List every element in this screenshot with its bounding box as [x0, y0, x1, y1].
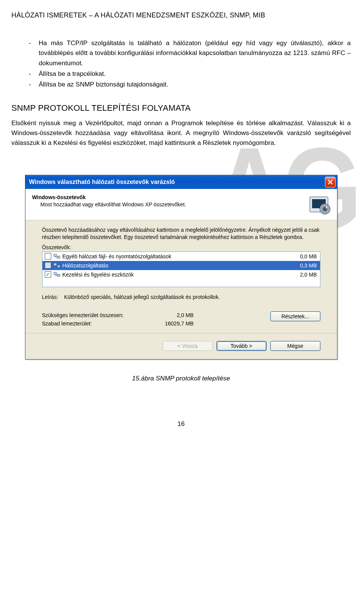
list-item-size: 0,0 MB — [300, 253, 317, 259]
svg-point-4 — [326, 206, 327, 209]
description-label: Leírás: — [42, 294, 58, 300]
next-button[interactable]: Tovább > — [217, 341, 267, 351]
list-item-label: Egyéb hálózati fájl- és nyomtatószolgált… — [63, 253, 171, 259]
cancel-button[interactable]: Mégse — [270, 341, 320, 351]
banner-title: Windows-összetevők — [32, 194, 308, 200]
component-icon — [53, 253, 60, 260]
svg-rect-9 — [54, 272, 56, 275]
section-heading: SNMP PROTOKOLL TELEPÍTÉSI FOLYAMATA — [11, 103, 351, 113]
instructions: Összetevő hozzáadásához vagy eltávolítás… — [42, 226, 320, 241]
back-button: < Vissza — [163, 341, 213, 351]
required-space-label: Szükséges lemezterület összesen: — [42, 311, 144, 320]
component-icon — [53, 262, 60, 269]
svg-rect-7 — [54, 263, 56, 266]
page-number: 16 — [11, 420, 351, 428]
list-item-size: 2,0 MB — [300, 272, 317, 278]
bullet-list: Ha más TCP/IP szolgáltatás is található … — [11, 38, 351, 90]
list-item-label: Hálózatszolgáltatás — [63, 262, 108, 269]
checkbox[interactable] — [45, 262, 51, 269]
list-item-size: 0,3 MB — [300, 262, 317, 269]
banner-icon — [308, 194, 332, 216]
list-label: Összetevők: — [42, 244, 320, 250]
free-space-label: Szabad lemezterület: — [42, 320, 144, 328]
list-item[interactable]: Hálózatszolgáltatás 0,3 MB — [42, 261, 320, 270]
details-button[interactable]: Részletek... — [270, 311, 320, 321]
body-paragraph: Elsőként nyissuk meg a Vezérlőpultot, ma… — [11, 118, 351, 148]
checkbox[interactable] — [45, 253, 51, 259]
close-icon — [328, 179, 333, 185]
list-item-label: Kezelési és figyelési eszközök — [63, 272, 134, 278]
bullet-item: Állítsa be az SNMP biztonsági tulajdonsá… — [29, 80, 351, 90]
required-space-value: 2,0 MB — [144, 311, 194, 320]
page-header: HÁLÓZATI ISMERETEK – A HÁLÓZATI MENEDZSM… — [11, 11, 351, 19]
svg-rect-5 — [54, 254, 56, 256]
titlebar[interactable]: Windows választható hálózati összetevők … — [25, 175, 337, 189]
bullet-item: Ha más TCP/IP szolgáltatás is található … — [29, 38, 351, 68]
checkbox[interactable]: ✓ — [45, 271, 51, 278]
figure-caption: 15.ábra SNMP protokoll telepítése — [11, 375, 351, 382]
banner-subtitle: Most hozzáadhat vagy eltávolíthat Window… — [41, 201, 308, 207]
component-icon — [53, 271, 60, 278]
dialog-title: Windows választható hálózati összetevők … — [29, 179, 175, 185]
banner: Windows-összetevők Most hozzáadhat vagy … — [25, 189, 337, 220]
description-text: Különböző speciális, hálózati jellegű sz… — [64, 294, 220, 300]
close-button[interactable] — [325, 177, 336, 187]
list-item[interactable]: ✓ Kezelési és figyelési eszközök 2,0 MB — [42, 270, 320, 279]
free-space-value: 16029,7 MB — [144, 320, 194, 328]
bullet-item: Állítsa be a trapcélokat. — [29, 69, 351, 79]
button-bar: < Vissza Tovább > Mégse — [25, 333, 337, 359]
wizard-dialog: Windows választható hálózati összetevők … — [25, 175, 337, 360]
description-block: Leírás: Különböző speciális, hálózati je… — [42, 294, 320, 300]
component-listbox[interactable]: Egyéb hálózati fájl- és nyomtatószolgált… — [42, 251, 320, 287]
list-item[interactable]: Egyéb hálózati fájl- és nyomtatószolgált… — [42, 252, 320, 261]
